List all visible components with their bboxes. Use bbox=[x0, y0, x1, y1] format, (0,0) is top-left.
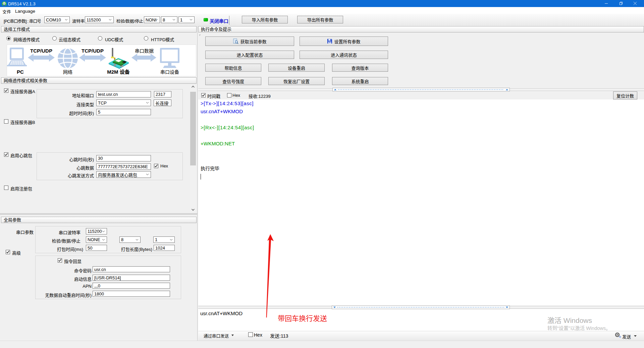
svg-text:串口设备: 串口设备 bbox=[160, 69, 179, 75]
svg-text:串口数据: 串口数据 bbox=[135, 48, 154, 54]
svg-text:TCP/UDP: TCP/UDP bbox=[82, 48, 104, 54]
svg-text:M2M 设备: M2M 设备 bbox=[107, 69, 130, 75]
svg-text:网络: 网络 bbox=[63, 69, 72, 75]
svg-text:PC: PC bbox=[17, 69, 24, 75]
svg-text:TCP/UDP: TCP/UDP bbox=[30, 48, 52, 54]
